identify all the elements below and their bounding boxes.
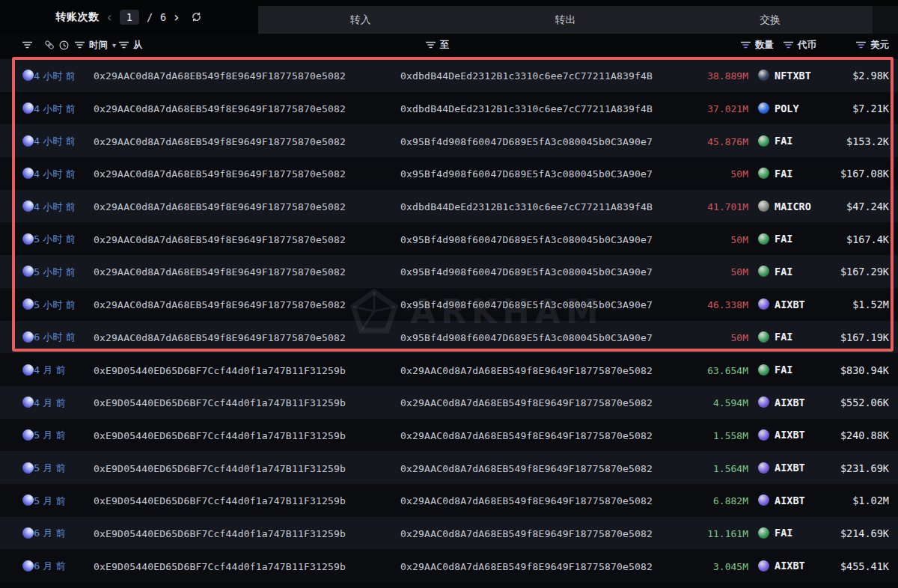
table-row[interactable]: 6 月 前 0xE9D05440ED65D6BF7Ccf44d0f1a747B1… <box>0 549 898 582</box>
table-row[interactable]: 5 小时 前 0x29AAC0d8A7dA68EB549f8E9649F1877… <box>0 222 898 255</box>
from-address-link[interactable]: 0x29AAC0d8A7dA68EB549f8E9649F18775870e50… <box>94 201 346 212</box>
to-address-link[interactable]: 0xdbdB44DeEd2312B1c3310c6ee7cC77211A839f… <box>400 201 653 212</box>
token-symbol[interactable]: FAI <box>775 364 792 376</box>
tab-transfers-out[interactable]: 转出 <box>463 6 668 34</box>
from-address-link[interactable]: 0x29AAC0d8A7dA68EB549f8E9649F18775870e50… <box>94 234 346 245</box>
token-symbol[interactable]: AIXBT <box>775 298 805 310</box>
usd-filter-button[interactable] <box>856 41 866 49</box>
to-address-link[interactable]: 0x95Bf4d908f60047D689E5fA3c080045b0C3A90… <box>400 168 653 180</box>
time-ago-link[interactable]: 4 小时 前 <box>34 70 76 82</box>
from-address-link[interactable]: 0x29AAC0d8A7dA68EB549f8E9649F18775870e50… <box>94 103 346 114</box>
from-address-link[interactable]: 0xE9D05440ED65D6BF7Ccf44d0f1a747B11F3125… <box>94 463 346 474</box>
to-address-link[interactable]: 0x29AAC0d8A7dA68EB549f8E9649F18775870e50… <box>400 528 653 539</box>
token-symbol[interactable]: FAI <box>775 233 792 245</box>
column-header-from[interactable]: 从 <box>133 39 143 52</box>
transaction-sphere-icon[interactable] <box>22 102 34 114</box>
from-address-link[interactable]: 0xE9D05440ED65D6BF7Ccf44d0f1a747B11F3125… <box>94 528 346 539</box>
column-header-to[interactable]: 至 <box>440 39 450 52</box>
table-row[interactable]: 4 小时 前 0x29AAC0d8A7dA68EB549f8E9649F1877… <box>0 190 898 223</box>
transaction-sphere-icon[interactable] <box>22 331 34 343</box>
table-row[interactable]: 5 小时 前 0x29AAC0d8A7dA68EB549f8E9649F1877… <box>0 288 898 321</box>
transaction-sphere-icon[interactable] <box>22 135 34 147</box>
time-ago-link[interactable]: 5 小时 前 <box>34 266 76 278</box>
to-address-link[interactable]: 0x29AAC0d8A7dA68EB549f8E9649F18775870e50… <box>400 495 653 506</box>
to-address-link[interactable]: 0x29AAC0d8A7dA68EB549f8E9649F18775870e50… <box>400 365 653 376</box>
refresh-button[interactable] <box>191 11 202 22</box>
to-address-link[interactable]: 0x29AAC0d8A7dA68EB549f8E9649F18775870e50… <box>400 561 653 572</box>
link-filter-button[interactable] <box>44 40 55 50</box>
transaction-sphere-icon[interactable] <box>22 494 34 506</box>
column-header-amount[interactable]: 数量 <box>755 39 774 52</box>
to-address-link[interactable]: 0x29AAC0d8A7dA68EB549f8E9649F18775870e50… <box>400 463 653 474</box>
from-address-link[interactable]: 0xE9D05440ED65D6BF7Ccf44d0f1a747B11F3125… <box>94 397 346 408</box>
to-filter-button[interactable] <box>426 41 436 49</box>
time-ago-link[interactable]: 4 月 前 <box>34 364 66 376</box>
amount-filter-button[interactable] <box>741 41 751 49</box>
column-header-usd[interactable]: 美元 <box>870 39 889 52</box>
transaction-sphere-icon[interactable] <box>22 70 34 81</box>
to-address-link[interactable]: 0x29AAC0d8A7dA68EB549f8E9649F18775870e50… <box>400 397 653 408</box>
from-address-link[interactable]: 0xE9D05440ED65D6BF7Ccf44d0f1a747B11F3125… <box>94 430 346 441</box>
table-row[interactable]: 4 月 前 0xE9D05440ED65D6BF7Ccf44d0f1a747B1… <box>0 386 898 419</box>
from-address-link[interactable]: 0x29AAC0d8A7dA68EB549f8E9649F18775870e50… <box>94 266 346 278</box>
transaction-sphere-icon[interactable] <box>22 233 34 245</box>
token-symbol[interactable]: FAI <box>775 331 792 343</box>
table-row[interactable]: 5 月 前 0xE9D05440ED65D6BF7Ccf44d0f1a747B1… <box>0 484 898 517</box>
time-sort-button[interactable] <box>59 40 69 50</box>
transaction-sphere-icon[interactable] <box>22 168 34 179</box>
table-row[interactable]: 6 月 前 0xE9D05440ED65D6BF7Ccf44d0f1a747B1… <box>0 517 898 550</box>
token-symbol[interactable]: FAI <box>775 527 792 539</box>
table-row[interactable]: 5 月 前 0xE9D05440ED65D6BF7Ccf44d0f1a747B1… <box>0 451 898 484</box>
token-symbol[interactable]: POLY <box>775 102 799 114</box>
prev-page-button[interactable]: ‹ <box>107 10 112 24</box>
to-address-link[interactable]: 0x95Bf4d908f60047D689E5fA3c080045b0C3A90… <box>400 136 653 147</box>
time-ago-link[interactable]: 5 小时 前 <box>34 233 76 245</box>
token-symbol[interactable]: AIXBT <box>775 560 805 572</box>
transaction-sphere-icon[interactable] <box>22 560 34 572</box>
transaction-sphere-icon[interactable] <box>22 396 34 408</box>
time-filter-button[interactable] <box>75 41 85 49</box>
time-ago-link[interactable]: 4 月 前 <box>34 397 66 408</box>
table-row[interactable]: 5 月 前 0xE9D05440ED65D6BF7Ccf44d0f1a747B1… <box>0 419 898 452</box>
from-filter-button[interactable] <box>119 41 129 49</box>
time-ago-link[interactable]: 5 小时 前 <box>34 299 76 310</box>
time-ago-link[interactable]: 6 小时 前 <box>34 331 76 343</box>
column-header-time[interactable]: 时间 <box>89 39 108 52</box>
to-address-link[interactable]: 0x95Bf4d908f60047D689E5fA3c080045b0C3A90… <box>400 332 653 343</box>
table-row[interactable]: 4 小时 前 0x29AAC0d8A7dA68EB549f8E9649F1877… <box>0 157 898 190</box>
to-address-link[interactable]: 0x95Bf4d908f60047D689E5fA3c080045b0C3A90… <box>400 234 653 245</box>
to-address-link[interactable]: 0x95Bf4d908f60047D689E5fA3c080045b0C3A90… <box>400 299 653 310</box>
from-address-link[interactable]: 0xE9D05440ED65D6BF7Ccf44d0f1a747B11F3125… <box>94 561 346 572</box>
column-header-token[interactable]: 代币 <box>798 39 816 52</box>
transaction-sphere-icon[interactable] <box>22 364 34 376</box>
transaction-sphere-icon[interactable] <box>22 200 34 212</box>
table-row[interactable]: 4 小时 前 0x29AAC0d8A7dA68EB549f8E9649F1877… <box>0 124 898 157</box>
table-row[interactable]: 5 小时 前 0x29AAC0d8A7dA68EB549f8E9649F1877… <box>0 255 898 288</box>
time-ago-link[interactable]: 6 月 前 <box>34 560 66 572</box>
time-ago-link[interactable]: 5 月 前 <box>34 429 66 441</box>
token-symbol[interactable]: FAI <box>775 168 792 180</box>
from-address-link[interactable]: 0x29AAC0d8A7dA68EB549f8E9649F18775870e50… <box>94 136 346 147</box>
time-ago-link[interactable]: 4 小时 前 <box>34 103 76 114</box>
to-address-link[interactable]: 0x95Bf4d908f60047D689E5fA3c080045b0C3A90… <box>400 266 653 278</box>
transaction-sphere-icon[interactable] <box>22 527 34 539</box>
transaction-sphere-icon[interactable] <box>22 429 34 441</box>
table-row[interactable]: 4 小时 前 0x29AAC0d8A7dA68EB549f8E9649F1877… <box>0 59 898 92</box>
from-address-link[interactable]: 0xE9D05440ED65D6BF7Ccf44d0f1a747B11F3125… <box>94 495 346 506</box>
token-filter-button[interactable] <box>784 41 793 49</box>
time-ago-link[interactable]: 6 月 前 <box>34 527 66 539</box>
to-address-link[interactable]: 0x29AAC0d8A7dA68EB549f8E9649F18775870e50… <box>400 430 653 441</box>
transaction-sphere-icon[interactable] <box>22 462 34 474</box>
to-address-link[interactable]: 0xdbdB44DeEd2312B1c3310c6ee7cC77211A839f… <box>400 70 653 82</box>
time-ago-link[interactable]: 4 小时 前 <box>34 168 76 180</box>
transaction-sphere-icon[interactable] <box>22 298 34 310</box>
chevron-down-icon[interactable]: ▾ <box>112 41 116 49</box>
token-symbol[interactable]: FAI <box>775 266 792 278</box>
table-row[interactable]: 4 小时 前 0x29AAC0d8A7dA68EB549f8E9649F1877… <box>0 92 898 125</box>
token-symbol[interactable]: AIXBT <box>775 462 805 474</box>
table-row[interactable]: 4 月 前 0xE9D05440ED65D6BF7Ccf44d0f1a747B1… <box>0 353 898 386</box>
tab-swaps[interactable]: 交换 <box>668 6 873 34</box>
from-address-link[interactable]: 0xE9D05440ED65D6BF7Ccf44d0f1a747B11F3125… <box>94 365 346 376</box>
token-symbol[interactable]: AIXBT <box>775 494 805 506</box>
time-ago-link[interactable]: 5 月 前 <box>34 462 66 474</box>
